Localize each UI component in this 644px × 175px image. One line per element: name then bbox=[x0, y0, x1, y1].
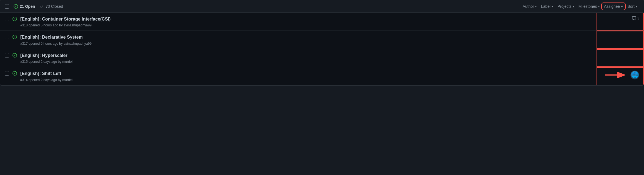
open-count-label: 21 Open bbox=[20, 4, 35, 9]
issue-content-2: [English]: Declarative System #317 opene… bbox=[20, 34, 597, 45]
label-filter-button[interactable]: Label ▾ bbox=[539, 3, 555, 10]
milestones-filter-button[interactable]: Milestones ▾ bbox=[576, 3, 602, 10]
issue-checkbox-1[interactable] bbox=[5, 17, 9, 22]
issue-row: [English]: Container Storage Interface(C… bbox=[0, 13, 644, 31]
issue-meta-3: #315 opened 2 days ago by murriel bbox=[20, 60, 597, 64]
assignee-column-highlight-3 bbox=[597, 49, 644, 67]
select-all-checkbox[interactable] bbox=[5, 4, 9, 9]
red-arrow-icon bbox=[605, 71, 627, 79]
issue-title-2[interactable]: [English]: Declarative System bbox=[20, 34, 597, 40]
issue-row: [English]: Declarative System #317 opene… bbox=[0, 31, 644, 49]
issues-list-container: 21 Open 73 Closed Author ▾ Label ▾ Proje… bbox=[0, 0, 644, 86]
comment-count-label-1: 3 bbox=[637, 16, 639, 20]
issue-open-icon-1 bbox=[12, 17, 17, 22]
sort-caret-icon: ▾ bbox=[636, 5, 637, 8]
issue-checkbox-4[interactable] bbox=[5, 71, 9, 76]
assignee-column-highlight-2 bbox=[597, 31, 644, 49]
issue-meta-2: #317 opened 5 hours ago by avinashupadhy… bbox=[20, 42, 597, 46]
issue-open-icon-3 bbox=[12, 53, 17, 58]
label-filter-label: Label bbox=[541, 4, 550, 9]
issue-content-3: [English]: Hyperscaler #315 opened 2 day… bbox=[20, 52, 597, 64]
issue-2-checkbox[interactable] bbox=[5, 35, 9, 39]
open-icon bbox=[14, 4, 18, 9]
annotation-arrow bbox=[605, 71, 627, 79]
issue-title-4[interactable]: [English]: Shift Left bbox=[20, 71, 589, 77]
header-left: 21 Open 73 Closed bbox=[5, 4, 516, 9]
issue-right-1: 3 bbox=[600, 16, 639, 21]
open-count[interactable]: 21 Open bbox=[14, 4, 35, 9]
issue-title-1[interactable]: [English]: Container Storage Interface(C… bbox=[20, 16, 597, 22]
header-filters: Author ▾ Label ▾ Projects ▾ Milestones ▾… bbox=[520, 3, 639, 10]
milestones-filter-label: Milestones bbox=[578, 4, 597, 9]
sort-button[interactable]: Sort ▾ bbox=[625, 3, 639, 10]
projects-filter-label: Projects bbox=[557, 4, 572, 9]
comment-count-1: 3 bbox=[632, 16, 639, 21]
issue-meta-1: #318 opened 5 hours ago by avinashupadhy… bbox=[20, 23, 597, 27]
select-all-wrapper[interactable] bbox=[5, 4, 9, 9]
label-caret-icon: ▾ bbox=[552, 5, 553, 8]
issue-open-icon-2 bbox=[12, 35, 17, 40]
sort-label: Sort bbox=[627, 4, 635, 9]
issue-meta-4: #314 opened 2 days ago by murriel bbox=[20, 78, 589, 82]
author-filter-label: Author bbox=[523, 4, 534, 9]
issue-checkbox-3[interactable] bbox=[5, 53, 9, 58]
closed-check-icon bbox=[39, 4, 44, 9]
issue-checkbox-2[interactable] bbox=[5, 35, 9, 40]
comment-icon-1 bbox=[632, 16, 636, 21]
issue-open-icon-4 bbox=[12, 71, 17, 76]
assignee-filter-button[interactable]: Assignee ▾ bbox=[602, 3, 625, 10]
issue-title-3[interactable]: [English]: Hyperscaler bbox=[20, 52, 597, 59]
issue-content-1: [English]: Container Storage Interface(C… bbox=[20, 16, 597, 27]
assignee-avatar-4 bbox=[630, 71, 639, 79]
author-filter-button[interactable]: Author ▾ bbox=[520, 3, 539, 10]
issues-header: 21 Open 73 Closed Author ▾ Label ▾ Proje… bbox=[0, 0, 644, 13]
assignee-filter-label: Assignee bbox=[604, 4, 620, 9]
issue-row: [English]: Hyperscaler #315 opened 2 day… bbox=[0, 49, 644, 67]
issue-right-4 bbox=[592, 71, 639, 79]
projects-caret-icon: ▾ bbox=[573, 5, 574, 8]
author-caret-icon: ▾ bbox=[535, 5, 537, 8]
projects-filter-button[interactable]: Projects ▾ bbox=[555, 3, 576, 10]
closed-count-label: 73 Closed bbox=[46, 4, 63, 9]
closed-count[interactable]: 73 Closed bbox=[39, 4, 63, 9]
issue-1-checkbox[interactable] bbox=[5, 17, 9, 21]
issue-content-4: [English]: Shift Left #314 opened 2 days… bbox=[20, 71, 589, 82]
issue-row: [English]: Shift Left #314 opened 2 days… bbox=[0, 67, 644, 85]
milestones-caret-icon: ▾ bbox=[598, 5, 600, 8]
assignee-column-highlight bbox=[597, 13, 644, 31]
issue-4-checkbox[interactable] bbox=[5, 71, 9, 76]
issue-3-checkbox[interactable] bbox=[5, 53, 9, 58]
assignee-caret-icon: ▾ bbox=[621, 4, 623, 9]
